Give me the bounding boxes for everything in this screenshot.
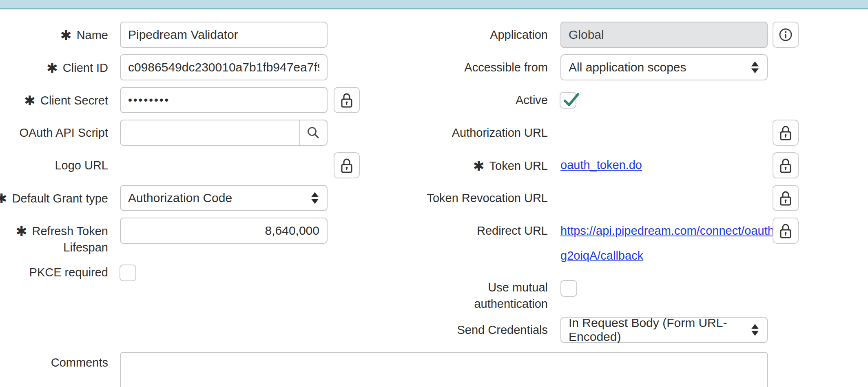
send-credentials-select[interactable]: In Request Body (Form URL-Encoded) [560,317,768,343]
required-icon: ✱ [16,223,27,240]
lock-icon [339,91,354,109]
application-info-button[interactable] [773,22,799,48]
lock-icon [339,157,354,174]
send-credentials-label: Send Credentials [457,322,548,338]
search-icon [306,126,320,140]
token-revocation-url-label: Token Revocation URL [427,190,548,206]
authorization-url-lock-button[interactable] [773,120,799,146]
accessible-from-value: All application scopes [569,60,686,74]
redirect-url-line1: https://api.pipedream.com/connect/oauth/… [560,218,797,243]
token-url-link[interactable]: oauth_token.do [560,158,642,172]
oauth-api-script-label: OAuth API Script [19,125,108,141]
oauth-api-script-input[interactable] [121,120,299,145]
default-grant-type-select[interactable]: Authorization Code [120,185,328,211]
token-url-label: ✱Token URL [473,157,548,174]
spinner-arrows-icon [751,62,759,73]
client-id-input[interactable] [120,54,328,80]
required-icon: ✱ [60,27,72,44]
required-icon: ✱ [46,60,58,76]
refresh-token-lifespan-input[interactable] [120,218,328,244]
pkce-required-checkbox[interactable] [120,265,136,281]
oauth-api-script-lookup-button[interactable] [299,120,327,145]
info-icon [779,28,793,42]
application-label: Application [490,27,548,43]
logo-url-lock-button[interactable] [334,152,360,178]
redirect-url-label: Redirect URL [477,222,548,239]
spinner-arrows-icon [751,324,759,336]
oauth-api-script-field [120,120,328,146]
client-secret-label: ✱Client Secret [24,92,108,109]
authorization-url-label: Authorization URL [452,125,548,141]
accessible-from-select[interactable]: All application scopes [560,54,768,80]
default-grant-type-label: ✱Default Grant type [0,190,108,207]
spinner-arrows-icon [311,192,319,204]
token-url-lock-button[interactable] [773,152,799,178]
comments-label: Comments [51,354,108,371]
redirect-url-link[interactable]: https://api.pipedream.com/connect/oauth/… [560,218,797,268]
logo-url-label: Logo URL [55,157,108,173]
lock-icon [778,222,793,239]
accessible-from-label: Accessible from [464,59,548,76]
application-readonly-field: Global [560,22,768,48]
active-label: Active [516,92,548,108]
client-secret-input[interactable] [120,87,328,113]
redirect-url-lock-button[interactable] [773,218,799,244]
lock-icon [778,157,793,174]
client-id-label: ✱Client ID [46,59,108,76]
lock-icon [778,189,793,207]
name-label: ✱Name [60,27,108,43]
required-icon: ✱ [0,191,7,207]
required-icon: ✱ [473,158,485,174]
client-secret-lock-button[interactable] [334,87,360,113]
pkce-required-label: PKCE required [29,264,108,280]
default-grant-type-value: Authorization Code [128,191,232,205]
refresh-token-lifespan-label: ✱Refresh Token Lifespan [16,222,108,256]
comments-textarea[interactable] [120,352,768,387]
required-icon: ✱ [24,93,35,109]
send-credentials-value: In Request Body (Form URL-Encoded) [569,316,744,344]
token-revocation-url-lock-button[interactable] [773,185,799,211]
top-bar [0,0,868,9]
checkmark-icon [561,90,581,110]
lock-icon [778,124,793,141]
use-mutual-authentication-label: Use mutual authentication [474,279,548,312]
use-mutual-authentication-checkbox[interactable] [560,280,577,297]
name-input[interactable] [120,22,328,48]
redirect-url-line2: g2oiqA/callback [560,243,797,268]
active-checkbox[interactable] [560,92,576,109]
